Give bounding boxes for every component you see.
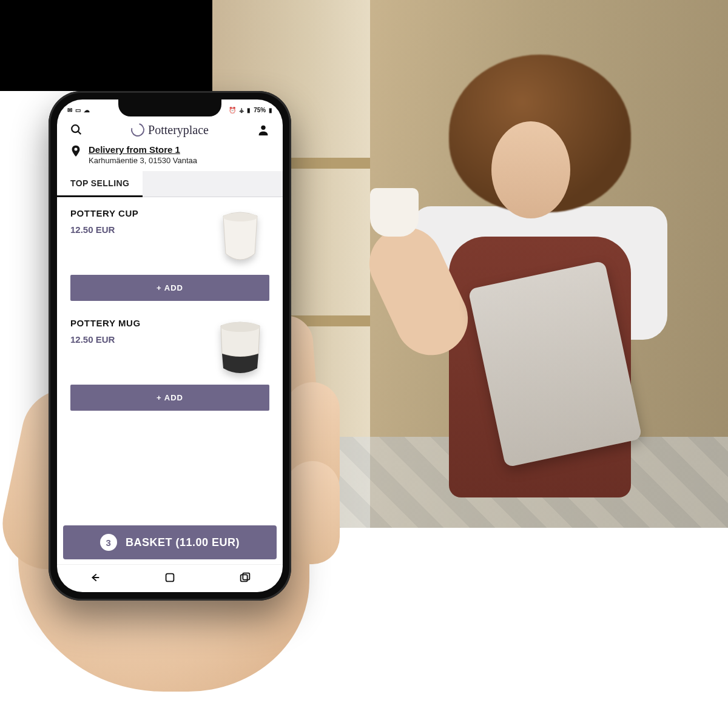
product-price: 12.50 EUR xyxy=(70,334,141,345)
product-card[interactable]: POTTERY MUG 12.50 EUR + ADD xyxy=(68,309,272,416)
nav-recent-button[interactable] xyxy=(238,571,252,587)
phone-screen: ✉ ▭ ☁ ⏰ ⚶ ▮ 75% ▮ Pott xyxy=(57,99,283,592)
battery-text: 75% xyxy=(254,107,266,113)
alarm-icon: ⏰ xyxy=(229,107,236,113)
product-price: 12.50 EUR xyxy=(70,224,138,235)
black-background-strip xyxy=(0,0,212,91)
basket-bar[interactable]: 3 BASKET (11.00 EUR) xyxy=(63,525,277,559)
svg-rect-7 xyxy=(241,575,248,581)
svg-point-0 xyxy=(72,125,79,132)
phone-frame: ✉ ▭ ☁ ⏰ ⚶ ▮ 75% ▮ Pott xyxy=(49,91,291,601)
product-list[interactable]: POTTERY CUP 12.50 EUR + ADD POTTERY MUG xyxy=(57,197,283,525)
statusbar-left-icons: ✉ ▭ ☁ xyxy=(67,107,90,113)
add-button[interactable]: + ADD xyxy=(70,275,269,301)
brand-name: Potteryplace xyxy=(148,123,209,137)
mail-icon: ✉ xyxy=(67,107,72,113)
product-image xyxy=(211,318,269,379)
nav-back-button[interactable] xyxy=(88,571,101,587)
basket-label: BASKET (11.00 EUR) xyxy=(126,536,240,549)
battery-icon: ▮ xyxy=(269,107,272,113)
product-name: POTTERY CUP xyxy=(70,208,138,218)
user-icon xyxy=(257,123,270,136)
statusbar-right-icons: ⏰ ⚶ ▮ 75% ▮ xyxy=(228,107,273,113)
chat-icon: ▭ xyxy=(75,107,81,113)
list-continuation-peek xyxy=(68,419,272,443)
svg-rect-6 xyxy=(166,573,174,581)
brand-ring-icon xyxy=(129,121,147,139)
cloud-icon: ☁ xyxy=(84,107,90,113)
search-icon xyxy=(70,123,83,136)
svg-rect-8 xyxy=(243,573,249,579)
svg-line-1 xyxy=(78,132,81,135)
account-button[interactable] xyxy=(255,121,272,138)
svg-point-2 xyxy=(261,126,265,130)
product-image xyxy=(211,208,269,269)
search-button[interactable] xyxy=(68,121,85,138)
tab-top-selling[interactable]: TOP SELLING xyxy=(57,171,143,197)
app-header: Potteryplace xyxy=(57,118,283,141)
basket-count-badge: 3 xyxy=(100,534,117,551)
svg-point-4 xyxy=(221,322,260,332)
product-card[interactable]: POTTERY CUP 12.50 EUR + ADD xyxy=(68,200,272,306)
svg-point-3 xyxy=(223,213,257,221)
add-button[interactable]: + ADD xyxy=(70,385,269,411)
signal-icon: ▮ xyxy=(247,107,251,113)
brand-logo[interactable]: Potteryplace xyxy=(131,123,209,137)
category-tabbar: TOP SELLING xyxy=(57,171,283,197)
product-name: POTTERY MUG xyxy=(70,318,141,328)
nav-home-button[interactable] xyxy=(163,571,177,587)
wifi-icon: ⚶ xyxy=(239,107,244,113)
delivery-address: Karhumäentie 3, 01530 Vantaa xyxy=(89,156,197,165)
phone-notch xyxy=(118,99,221,116)
location-pin-icon xyxy=(69,144,83,160)
android-nav-bar xyxy=(57,564,283,592)
delivery-title: Delivery from Store 1 xyxy=(89,144,197,155)
delivery-row[interactable]: Delivery from Store 1 Karhumäentie 3, 01… xyxy=(57,141,283,171)
